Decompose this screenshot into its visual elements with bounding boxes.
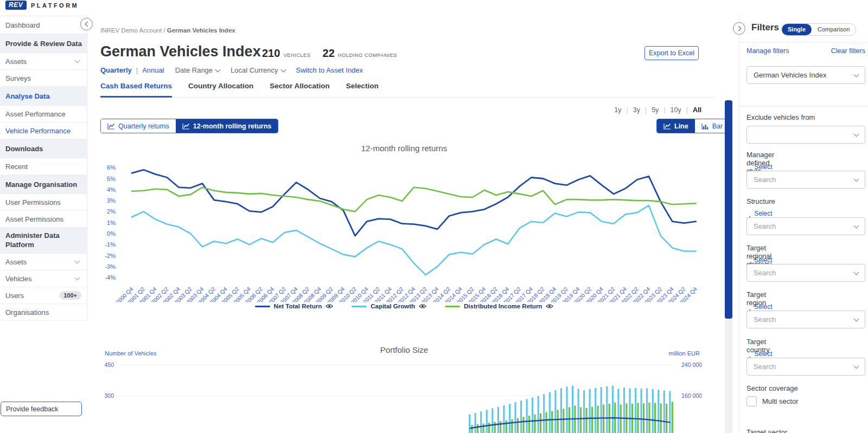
bar-bar-series-2[interactable] [643, 403, 644, 433]
clear-filters-link[interactable]: Clear filters [831, 47, 865, 55]
eye-icon[interactable] [419, 303, 426, 309]
rolling-returns-line-chart[interactable]: 6%5%4%3%2%1%0%-1%-2%-3%-4%2000 Q42001 Q2… [98, 153, 711, 302]
tab-selection[interactable]: Selection [346, 82, 379, 97]
bar-bar-series-2[interactable] [477, 424, 478, 433]
sidebar-item-dashboard[interactable]: Dashboard [0, 16, 87, 34]
bar-bar-series-1[interactable] [503, 405, 505, 433]
bar-bar-series-1[interactable] [629, 389, 630, 433]
legend-item-distributed-income-return[interactable]: Distributed Income Return [445, 303, 553, 309]
toggle-line[interactable]: Line [657, 119, 695, 133]
search-select-manager-defined-style[interactable]: Search [746, 171, 865, 189]
bar-bar-series-1[interactable] [601, 387, 602, 433]
index-select[interactable]: German Vehicles Index [746, 66, 865, 84]
bar-bar-series-1[interactable] [538, 396, 539, 433]
bar-bar-series-2[interactable] [528, 416, 530, 433]
toggle-bar[interactable]: Bar [695, 119, 729, 133]
bar-bar-series-2[interactable] [534, 415, 535, 433]
bar-bar-series-1[interactable] [623, 387, 625, 433]
bar-bar-series-2[interactable] [637, 403, 639, 433]
bar-bar-series-1[interactable] [595, 388, 596, 433]
sidebar-item-asset-performance[interactable]: Asset Performance [0, 106, 87, 122]
range-option-1y[interactable]: 1y [614, 106, 621, 114]
bar-bar-series-1[interactable] [486, 410, 488, 433]
bar-bar-series-1[interactable] [509, 404, 510, 433]
sidebar-item-vehicle-performance[interactable]: Vehicle Performance [0, 122, 87, 139]
sidebar-item-organisations[interactable]: Organisations [0, 304, 87, 321]
sidebar-item-recent[interactable]: Recent [0, 158, 87, 175]
bar-bar-series-2[interactable] [483, 423, 484, 433]
bar-bar-series-1[interactable] [663, 391, 665, 433]
bar-bar-series-2[interactable] [471, 425, 473, 433]
sidebar-item-users[interactable]: Users100+ [0, 287, 87, 304]
bar-bar-series-2[interactable] [654, 403, 656, 433]
mode-comparison[interactable]: Comparison [812, 24, 856, 35]
bar-bar-series-2[interactable] [522, 417, 524, 433]
frequency-quarterly[interactable]: Quarterly [100, 66, 132, 74]
sidebar-item-asset-permissions[interactable]: Asset Permissions [0, 211, 87, 228]
range-option-3y[interactable]: 3y [633, 106, 640, 114]
bar-bar-series-2[interactable] [591, 407, 593, 433]
manage-filters-link[interactable]: Manage filters [746, 47, 789, 55]
toggle-quarterly-returns[interactable]: Quarterly returns [101, 119, 176, 133]
range-option-5y[interactable]: 5y [652, 106, 659, 114]
bar-bar-series-1[interactable] [554, 390, 556, 433]
bar-bar-series-1[interactable] [646, 389, 648, 433]
bar-bar-series-1[interactable] [566, 387, 567, 433]
bar-bar-series-2[interactable] [569, 407, 570, 433]
bar-bar-series-1[interactable] [543, 394, 545, 433]
local-currency-dropdown[interactable]: Local Currency [231, 66, 285, 74]
search-select-structure[interactable]: Search [746, 217, 865, 235]
bar-bar-series-1[interactable] [532, 398, 533, 433]
bar-bar-series-1[interactable] [669, 391, 671, 433]
toggle-12-month-rolling-returns[interactable]: 12-month rolling returns [176, 119, 278, 133]
series-line-net-total-return[interactable] [132, 170, 696, 236]
bar-bar-series-1[interactable] [469, 415, 470, 433]
bar-bar-series-1[interactable] [526, 399, 528, 433]
bar-bar-series-1[interactable] [560, 389, 562, 433]
tab-sector-allocation[interactable]: Sector Allocation [270, 82, 330, 97]
switch-to-asset-index-link[interactable]: Switch to Asset Index [296, 66, 363, 74]
bar-bar-series-1[interactable] [475, 413, 476, 433]
bar-bar-series-1[interactable] [578, 389, 579, 433]
bar-bar-series-1[interactable] [635, 388, 636, 433]
bar-bar-series-2[interactable] [563, 409, 564, 433]
bar-bar-series-2[interactable] [494, 422, 496, 433]
bar-bar-series-2[interactable] [511, 419, 513, 433]
bar-bar-series-2[interactable] [557, 410, 559, 433]
tab-cash-based-returns[interactable]: Cash Based Returns [100, 82, 172, 98]
bar-bar-series-1[interactable] [572, 386, 573, 433]
bar-bar-series-2[interactable] [540, 413, 541, 433]
bar-bar-series-2[interactable] [551, 411, 553, 433]
bar-bar-series-1[interactable] [612, 386, 614, 433]
bar-bar-series-1[interactable] [480, 411, 482, 433]
bar-bar-series-2[interactable] [500, 421, 501, 433]
filters-collapse-button[interactable] [733, 22, 745, 35]
provide-feedback-button[interactable]: Provide feedback [1, 402, 82, 416]
eye-icon[interactable] [326, 303, 333, 309]
date-range-dropdown[interactable]: Date Range [175, 66, 220, 74]
main-scrollbar-thumb[interactable] [725, 100, 732, 319]
series-line-capital-growth[interactable] [132, 205, 696, 275]
search-select-target-region[interactable]: Search [746, 311, 865, 328]
sidebar-item-assets[interactable]: Assets [0, 254, 87, 270]
sidebar-item-vehicles[interactable]: Vehicles [0, 270, 87, 287]
bar-bar-series-1[interactable] [606, 386, 608, 433]
range-option-10y[interactable]: 10y [671, 106, 681, 114]
bar-bar-series-2[interactable] [506, 421, 507, 433]
mode-single[interactable]: Single [782, 24, 812, 35]
bar-bar-series-2[interactable] [597, 406, 599, 433]
search-select-target-regional-strategy[interactable]: Search [746, 264, 865, 282]
search-select-target-country[interactable]: Search [746, 358, 865, 376]
sidebar-item-assets[interactable]: Assets [0, 53, 87, 70]
bar-bar-series-2[interactable] [517, 418, 519, 433]
bar-bar-series-2[interactable] [603, 404, 604, 433]
export-to-excel-button[interactable]: Export to Excel [644, 46, 699, 60]
frequency-annual[interactable]: Annual [142, 66, 164, 74]
bar-bar-series-1[interactable] [652, 389, 654, 433]
bar-bar-series-1[interactable] [514, 402, 516, 433]
bar-bar-series-2[interactable] [666, 404, 667, 433]
bar-bar-series-1[interactable] [641, 389, 642, 433]
bar-bar-series-1[interactable] [497, 407, 499, 433]
series-line-distributed-income-return[interactable] [132, 188, 696, 212]
sidebar-collapse-button[interactable] [80, 18, 93, 30]
